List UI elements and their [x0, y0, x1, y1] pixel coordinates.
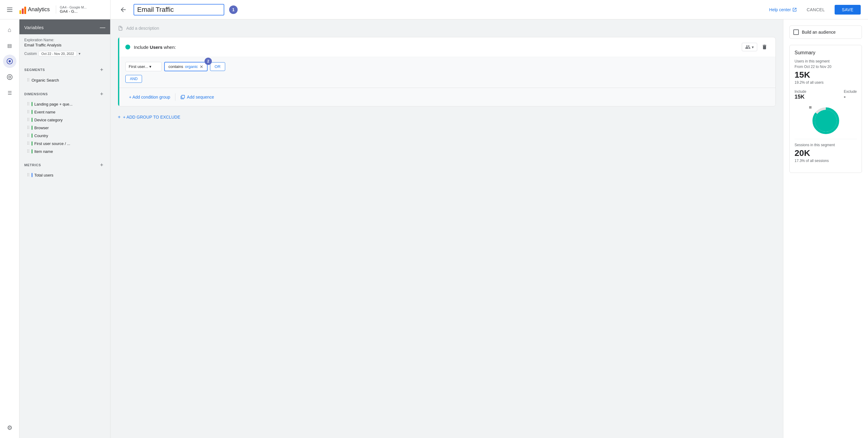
dim-name: Item name — [34, 149, 53, 154]
segment-organic-search[interactable]: ⠿ Organic Search — [24, 76, 105, 84]
top-bar-actions: Help center CANCEL SAVE — [769, 5, 861, 14]
date-range-chip[interactable]: Oct 22 - Nov 20, 2022 — [38, 51, 77, 57]
back-button[interactable] — [118, 4, 129, 15]
help-center-link[interactable]: Help center — [769, 7, 797, 12]
include-dot — [125, 44, 130, 49]
dim-indicator — [32, 126, 32, 130]
add-exclude-label: + ADD GROUP TO EXCLUDE — [123, 115, 180, 120]
donut-svg — [811, 106, 841, 136]
when-label: when: — [163, 44, 176, 50]
dim-first-user-source[interactable]: ⠿ First user source / ... — [24, 139, 105, 147]
date-range-selector[interactable]: Custom Oct 22 - Nov 20, 2022 ▾ — [24, 51, 105, 57]
add-dimension-button[interactable]: + — [98, 90, 105, 98]
segment-title-input[interactable] — [133, 4, 224, 15]
collapse-icon[interactable]: — — [100, 24, 105, 31]
nav-reports[interactable]: ▤ — [3, 39, 17, 52]
dim-indicator — [32, 133, 32, 138]
divider — [175, 93, 176, 101]
dim-indicator — [32, 149, 32, 154]
summary-title: Summary — [795, 50, 857, 56]
add-metric-button[interactable]: + — [98, 161, 105, 169]
brand-logo: Analytics — [20, 5, 50, 14]
sessions-subtitle: Sessions in this segment — [795, 143, 857, 147]
dim-name: First user source / ... — [34, 141, 70, 146]
nav-explore[interactable] — [3, 55, 17, 68]
dim-device-category[interactable]: ⠿ Device category — [24, 116, 105, 124]
segments-section: SEGMENTS + ⠿ Organic Search — [20, 63, 110, 87]
sequence-icon — [180, 95, 185, 100]
users-subtitle: Users in this segment — [795, 59, 857, 63]
svg-point-1 — [8, 60, 11, 62]
nav-home[interactable]: ⌂ — [3, 23, 17, 36]
dim-name: Country — [34, 133, 48, 138]
date-range-label: From Oct 22 to Nov 20 — [795, 65, 857, 69]
save-button[interactable]: SAVE — [835, 5, 861, 14]
add-sequence-button[interactable]: Add sequence — [177, 93, 218, 101]
dim-item-name[interactable]: ⠿ Item name — [24, 147, 105, 155]
exploration-section: Exploration Name: Email Traffic Analysis… — [20, 34, 110, 63]
svg-point-6 — [815, 110, 837, 132]
include-label: Include — [134, 44, 148, 50]
condition-card: Include Users when: ▾ — [118, 37, 776, 106]
exclude-col: Exclude - — [844, 90, 857, 100]
exclude-value: - — [844, 94, 857, 100]
add-buttons-row: + Add condition group Add sequence — [119, 88, 775, 106]
nav-configure[interactable]: ☰ — [3, 86, 17, 100]
condition-value: organic — [185, 64, 198, 69]
chip-close-button[interactable]: ✕ — [200, 65, 203, 69]
add-condition-group-button[interactable]: + Add condition group — [125, 93, 174, 101]
step1-badge: 1 — [229, 5, 238, 14]
field-dropdown-icon: ▾ — [149, 64, 151, 69]
dim-country[interactable]: ⠿ Country — [24, 132, 105, 139]
contains-chip[interactable]: contains organic ✕ — [164, 62, 208, 71]
and-button[interactable]: AND — [125, 75, 142, 83]
description-row[interactable]: Add a description — [118, 26, 776, 31]
exploration-label: Exploration Name: — [24, 38, 105, 42]
filter-field-selector[interactable]: First user... ▾ — [125, 62, 162, 71]
ga-property-selector[interactable]: GA4 - Google M... GA4 - G... — [56, 5, 87, 14]
build-audience-label: Build an audience — [802, 30, 836, 35]
dim-name: Device category — [34, 118, 63, 122]
include-exclude-row: Include 15K Exclude - — [795, 90, 857, 100]
nav-advertising[interactable] — [3, 70, 17, 84]
settings-icon[interactable]: ⚙ — [3, 421, 17, 434]
dim-indicator — [32, 118, 32, 122]
svg-point-3 — [8, 76, 11, 78]
include-label: Include — [795, 90, 806, 94]
cancel-button[interactable]: CANCEL — [802, 5, 830, 14]
ga-sublabel: GA4 - G... — [60, 9, 87, 14]
dimensions-title: DIMENSIONS — [24, 92, 48, 96]
app-brand-bar: Analytics GA4 - Google M... GA4 - G... — [0, 0, 110, 20]
sessions-pct: 17.3% of all sessions — [795, 159, 857, 163]
build-audience-row[interactable]: Build an audience — [789, 26, 862, 39]
scope-selector[interactable]: ▾ — [742, 43, 757, 51]
add-exclude-group-button[interactable]: + + ADD GROUP TO EXCLUDE — [118, 111, 776, 123]
delete-condition-button[interactable] — [760, 42, 769, 52]
audience-checkbox[interactable] — [793, 29, 799, 35]
dim-browser[interactable]: ⠿ Browser — [24, 124, 105, 132]
condition-title: Include Users when: — [134, 44, 738, 50]
dim-name: Browser — [34, 126, 49, 130]
date-dropdown-icon[interactable]: ▾ — [79, 52, 81, 56]
dim-event-name[interactable]: ⠿ Event name — [24, 108, 105, 116]
analytics-logo-icon — [20, 5, 26, 14]
metric-indicator — [32, 173, 32, 177]
scope-dropdown-icon: ▾ — [752, 45, 754, 49]
metric-total-users[interactable]: ⠿ Total users — [24, 171, 105, 179]
step2-badge: 2 — [205, 58, 212, 65]
left-nav: ⌂ ▤ ☰ ⚙ — [0, 20, 20, 438]
main-content: 1 Help center CANCEL SAVE Add a descript… — [111, 0, 868, 438]
drag-handle-icon: ⠿ — [27, 133, 30, 138]
filter-area: First user... ▾ contains organic ✕ — [119, 57, 775, 88]
exploration-name: Email Traffic Analysis — [24, 43, 105, 47]
users-label: Users — [150, 44, 163, 50]
or-button[interactable]: OR — [210, 62, 225, 71]
menu-icon[interactable] — [5, 5, 14, 14]
contains-chip-wrapper: contains organic ✕ 2 — [164, 62, 208, 71]
condition-actions: ▾ — [742, 42, 769, 52]
drag-handle-icon: ⠿ — [27, 173, 30, 177]
add-segment-button[interactable]: + — [98, 66, 105, 73]
dim-landing-page[interactable]: ⠿ Landing page + que... — [24, 100, 105, 108]
drag-handle-icon: ⠿ — [27, 109, 30, 114]
exclude-label: Exclude — [844, 90, 857, 94]
